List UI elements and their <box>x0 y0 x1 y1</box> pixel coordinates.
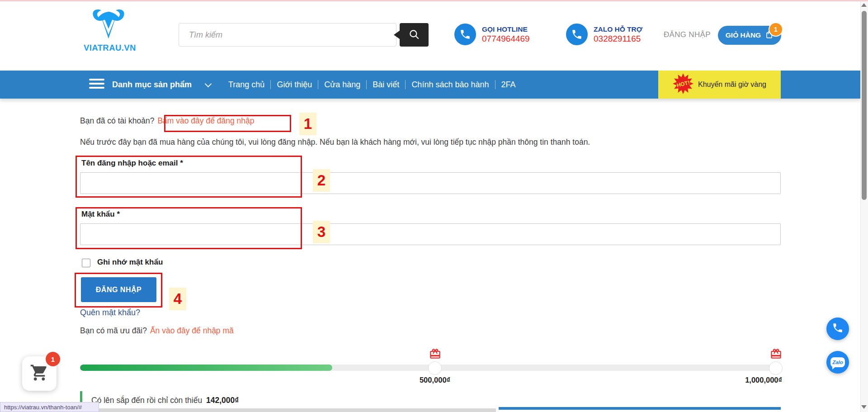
cart-count-badge: 1 <box>769 22 783 37</box>
password-label: Mật khẩu * <box>81 210 120 219</box>
hot-starburst-icon: HOT! <box>673 73 693 96</box>
nav-item-2fa[interactable]: 2FA <box>495 80 522 90</box>
milestone-marker-1m <box>769 361 783 375</box>
cart-icon <box>30 363 49 384</box>
zalo-icon: Zalo <box>830 357 845 367</box>
milestone-amount-500k: 500,000₫ <box>401 376 469 384</box>
top-edge-strip <box>0 0 868 1</box>
floating-cart-badge: 1 <box>46 352 60 366</box>
golden-hour-promo-link[interactable]: HOT! Khuyến mãi giờ vàng <box>658 71 781 99</box>
click-to-login-link[interactable]: Bấm vào đây để đăng nhập <box>157 116 254 126</box>
site-header: VIATRAU.VN GỌI HOTLINE 0774964469 <box>0 1 860 71</box>
coupon-enter-link[interactable]: Ấn vào đây để nhập mã <box>150 326 234 336</box>
nav-item-warranty-policy[interactable]: Chính sách bảo hành <box>406 80 495 90</box>
login-submit-button[interactable]: ĐĂNG NHẬP <box>81 277 156 302</box>
username-label: Tên đăng nhập hoặc email * <box>81 159 183 168</box>
hotline-contact[interactable]: GỌI HOTLINE 0774964469 <box>454 24 530 45</box>
search-input[interactable] <box>179 23 396 47</box>
milestone-marker-500k <box>428 361 442 375</box>
zalo-icon-text: Zalo <box>832 360 843 365</box>
login-note-text: Nếu trước đây bạn đã mua hàng của chúng … <box>80 137 785 147</box>
progress-bar-fill <box>80 365 332 371</box>
hotline-label: GỌI HOTLINE <box>482 25 530 34</box>
bull-logo-icon <box>89 34 128 42</box>
annotation-number-4: 4 <box>169 288 186 310</box>
nav-item-home[interactable]: Trang chủ <box>222 80 270 90</box>
promo-label: Khuyến mãi giờ vàng <box>698 81 766 89</box>
browser-status-bar: https://viatrau.vn/thanh-toan/# <box>0 402 99 412</box>
zalo-contact[interactable]: ZALO HỖ TRỢ 0328291165 <box>566 24 642 45</box>
search-button-tail <box>394 30 400 39</box>
phone-icon <box>566 24 588 45</box>
gift-icon <box>429 348 441 360</box>
goal-message-text: Có lên sắp đến rồi chỉ còn thiếu <box>91 396 202 405</box>
phone-icon <box>832 322 844 336</box>
scrollbar-down-arrow[interactable] <box>861 405 867 409</box>
nav-item-shop[interactable]: Cửa hàng <box>318 80 366 90</box>
hotline-number[interactable]: 0774964469 <box>482 34 530 44</box>
zalo-support-label: ZALO HỖ TRỢ <box>594 25 642 34</box>
order-summary-top-border <box>499 407 781 410</box>
coupon-question-text: Bạn có mã ưu đãi? <box>80 326 147 336</box>
coupon-row: Bạn có mã ưu đãi? Ấn vào đây để nhập mã <box>80 326 234 336</box>
table-top-edge <box>75 408 496 412</box>
annotation-number-2: 2 <box>313 169 330 192</box>
scrollbar-up-arrow[interactable] <box>861 3 867 7</box>
remember-password-checkbox[interactable] <box>82 259 90 267</box>
site-logo[interactable]: VIATRAU.VN <box>84 8 133 53</box>
floating-phone-button[interactable] <box>826 317 849 340</box>
goal-remaining-amount: 142,000₫ <box>206 396 239 405</box>
milestone-amount-1m: 1,000,000₫ <box>731 376 782 384</box>
annotation-number-3: 3 <box>313 221 330 243</box>
logo-text: VIATRAU.VN <box>84 43 133 53</box>
vertical-scrollbar-thumb[interactable] <box>862 11 867 200</box>
search-button[interactable] <box>400 23 429 47</box>
forgot-password-link[interactable]: Quên mật khẩu? <box>80 308 140 317</box>
returning-customer-row: Bạn đã có tài khoản? Bấm vào đây để đăng… <box>80 116 255 126</box>
phone-icon <box>454 24 476 45</box>
cart-button-label: GIỎ HÀNG <box>726 31 761 39</box>
annotation-number-1: 1 <box>299 113 316 135</box>
hamburger-menu-icon[interactable] <box>89 79 104 91</box>
browser-viewport: VIATRAU.VN GỌI HOTLINE 0774964469 <box>0 0 868 412</box>
zalo-number[interactable]: 0328291165 <box>594 34 642 44</box>
nav-item-about[interactable]: Giới thiệu <box>271 80 318 90</box>
password-input[interactable] <box>80 223 781 245</box>
search-icon <box>408 28 420 42</box>
remember-password-label: Ghi nhớ mật khẩu <box>97 258 163 267</box>
main-nav-links: Trang chủ Giới thiệu Cửa hàng Bài viết C… <box>222 71 522 99</box>
nav-item-blog[interactable]: Bài viết <box>367 80 405 90</box>
gift-icon <box>770 348 782 360</box>
username-input[interactable] <box>80 172 781 194</box>
header-login-link[interactable]: ĐĂNG NHẬP <box>664 30 711 39</box>
goal-message: Có lên sắp đến rồi chỉ còn thiếu 142,000… <box>91 396 239 405</box>
have-account-text: Bạn đã có tài khoản? <box>80 116 154 126</box>
product-catalog-menu[interactable]: Danh mục sản phẩm <box>112 76 192 94</box>
floating-zalo-button[interactable]: Zalo <box>826 351 849 374</box>
